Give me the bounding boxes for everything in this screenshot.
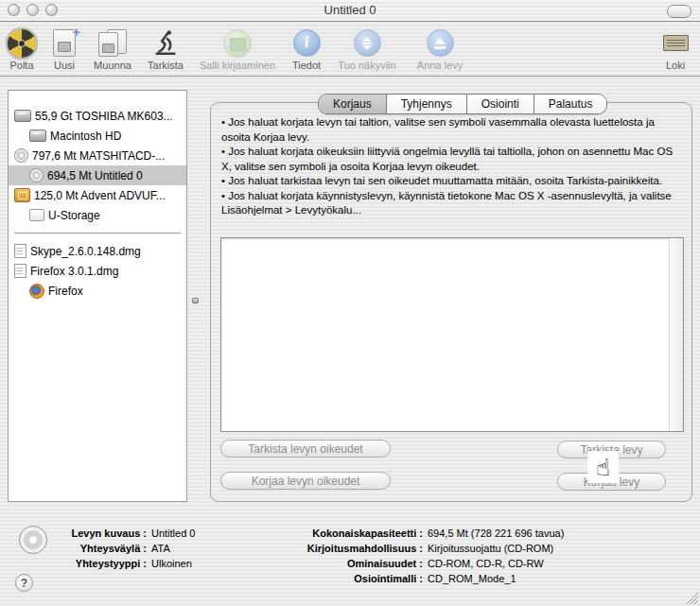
sidebar-item-macintosh-hd[interactable]: Macintosh HD (9, 126, 186, 146)
info-value: Untitled 0 (151, 526, 195, 541)
tab-strip: Korjaus Tyhjennys Osiointi Palautus (318, 94, 607, 114)
convert-button[interactable]: Muunna (85, 22, 140, 76)
sidebar-item-matshita-drive[interactable]: 797,6 Mt MATSHITACD-... (9, 146, 186, 165)
toolbar-label: Salli kirjaaminen (200, 60, 275, 71)
sidebar-divider (14, 233, 181, 234)
toolbar-toggle-button[interactable] (667, 5, 691, 18)
sidebar-item-label: 694,5 Mt Untitled 0 (47, 169, 143, 182)
tab-tyhjennys[interactable]: Tyhjennys (387, 95, 467, 113)
info-label: Ominaisuudet : (219, 556, 423, 571)
info-label: Kirjoitusmahdollisuus : (219, 541, 423, 556)
sidebar-item-skype-dmg[interactable]: Skype_2.6.0.148.dmg (9, 241, 186, 261)
burn-button[interactable]: Polta (0, 22, 44, 76)
toolbar: Polta + Uusi Muunna Tarkista Salli kirja (0, 22, 700, 77)
sidebar-item-label: U-Storage (48, 209, 100, 222)
log-button[interactable]: Loki (651, 22, 700, 76)
enable-journaling-button[interactable]: Salli kirjaaminen (191, 22, 284, 76)
info-value: CD_ROM_Mode_1 (428, 571, 516, 586)
info-label: Kokonaiskapasiteetti : (219, 526, 423, 541)
cd-disc-icon (19, 526, 47, 554)
sidebar-item-label: Firefox 3.0.1.dmg (30, 265, 118, 278)
convert-icon (98, 29, 127, 57)
info-value: ATA (151, 541, 170, 556)
tab-korjaus[interactable]: Korjaus (319, 95, 387, 113)
disk-utility-window: { "window": { "title": "Untitled 0" }, "… (0, 0, 700, 606)
sidebar-item-u-storage[interactable]: U-Storage (9, 205, 186, 225)
sidebar-item-label: Firefox (48, 285, 83, 298)
first-aid-instructions: • Jos haluat korjata levyn tai taltion, … (221, 115, 683, 218)
info-label: Osiointimalli : (219, 571, 423, 586)
sidebar-item-advent-usb[interactable]: 125,0 Mt Advent ADVUF... (9, 185, 186, 205)
toolbar-label: Uusi (54, 60, 75, 71)
info-label: Yhteysväylä : (52, 541, 147, 556)
new-image-icon: + (53, 29, 76, 57)
eject-icon (427, 29, 454, 57)
new-image-button[interactable]: + Uusi (44, 22, 85, 76)
enable-journaling-icon (223, 29, 252, 58)
vertical-scrollbar[interactable] (669, 238, 683, 431)
device-list: 55,9 Gt TOSHIBA MK603... Macintosh HD 79… (8, 90, 187, 502)
toolbar-label: Tarkista (148, 60, 184, 71)
help-button[interactable]: ? (15, 574, 33, 592)
info-value: 694,5 Mt (728 221 696 tavua) (428, 526, 564, 541)
disk-image-file-icon (14, 244, 26, 258)
volume-icon (29, 209, 44, 221)
sidebar-item-label: 797,6 Mt MATSHITACD-... (32, 149, 165, 163)
toolbar-label: Loki (666, 60, 685, 71)
info-button[interactable]: i Tiedot (284, 22, 329, 76)
info-label: Yhteystyyppi : (52, 556, 147, 571)
info-icon: i (293, 29, 321, 57)
info-value: Ulkoinen (151, 556, 192, 571)
eject-button[interactable]: Anna levy (405, 22, 475, 76)
hard-disk-icon (14, 110, 31, 122)
disk-image-file-icon (14, 264, 26, 278)
firefox-icon (29, 284, 44, 299)
disk-info-right: Kokonaiskapasiteetti :694,5 Mt (728 221 … (219, 526, 564, 586)
usb-drive-icon (14, 188, 30, 202)
instruction-line: • Jos haluat korjata levyn tai taltion, … (221, 115, 683, 145)
sidebar-item-untitled-0[interactable]: 694,5 Mt Untitled 0 (9, 165, 186, 185)
instruction-line: • Jos haluat korjata oikeuksiin liittyvi… (221, 145, 683, 174)
title-bar[interactable]: Untitled 0 (0, 0, 700, 22)
info-label: Levyn kuvaus : (52, 526, 147, 541)
instruction-line: • Jos haluat korjata käynnistyslevyn, kä… (221, 189, 683, 218)
burn-icon (6, 27, 38, 60)
instruction-line: • Jos haluat tarkistaa levyn tai sen oik… (221, 174, 683, 189)
sidebar-item-label: Macintosh HD (50, 130, 121, 143)
toolbar-label: Muunna (94, 60, 131, 71)
log-icon (663, 35, 689, 51)
status-output-area[interactable] (220, 237, 684, 432)
verify-permissions-button[interactable]: Tarkista levyn oikeudet (220, 440, 391, 458)
sidebar-item-firefox-dmg[interactable]: Firefox 3.0.1.dmg (9, 261, 186, 281)
verify-disk-button[interactable]: Tarkista levy (557, 441, 666, 459)
info-value: CD-ROM, CD-R, CD-RW (428, 556, 544, 571)
toolbar-label: Polta (9, 60, 33, 71)
tab-palautus[interactable]: Palautus (534, 95, 607, 113)
sidebar-item-label: Skype_2.6.0.148.dmg (30, 245, 141, 258)
sidebar-item-label: 55,9 Gt TOSHIBA MK603... (35, 110, 173, 123)
repair-permissions-button[interactable]: Korjaa levyn oikeudet (220, 472, 391, 490)
toolbar-label: Tiedot (292, 60, 321, 71)
toolbar-label: Anna levy (417, 60, 463, 71)
window-title: Untitled 0 (0, 3, 700, 17)
verify-button[interactable]: Tarkista (140, 22, 191, 76)
repair-disk-button[interactable]: Korjaa levy (557, 473, 666, 491)
verify-icon (151, 29, 180, 58)
first-aid-panel: Korjaus Tyhjennys Osiointi Palautus • Jo… (210, 102, 692, 502)
reveal-icon (354, 29, 381, 57)
toolbar-label: Tuo näkyviin (338, 60, 395, 71)
splitter-handle[interactable] (192, 298, 199, 303)
cd-icon (29, 168, 44, 182)
sidebar-item-label: 125,0 Mt Advent ADVUF... (34, 189, 166, 202)
resize-grip-icon[interactable] (683, 589, 698, 604)
tab-osiointi[interactable]: Osiointi (467, 95, 534, 113)
mount-button[interactable]: Tuo näkyviin (329, 22, 405, 76)
sidebar-item-toshiba-disk[interactable]: 55,9 Gt TOSHIBA MK603... (9, 106, 186, 126)
disk-info-left: Levyn kuvaus :Untitled 0 Yhteysväylä :AT… (52, 526, 195, 571)
hard-disk-icon (29, 130, 46, 142)
sidebar-item-firefox-volume[interactable]: Firefox (9, 281, 186, 301)
info-value: Kirjoitussuojattu (CD-ROM) (428, 541, 553, 556)
cd-icon (14, 148, 28, 163)
